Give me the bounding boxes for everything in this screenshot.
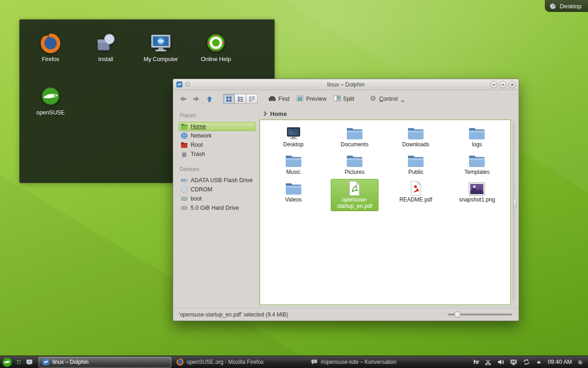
install-icon [95, 32, 116, 53]
preview-button[interactable]: Preview [294, 93, 329, 105]
window-title: linux – Dolphin [173, 81, 519, 88]
file-label: Templates [464, 169, 490, 176]
file-item-snapshot1-png[interactable]: snapshot1.png [447, 179, 508, 207]
folder-home-icon [181, 123, 188, 130]
desktop-icon-my-computer[interactable]: My Computer [133, 30, 188, 84]
application-launcher-button[interactable] [2, 357, 12, 368]
file-item-documents[interactable]: Documents [324, 124, 385, 151]
panel-cashew-icon[interactable] [577, 359, 583, 365]
file-view[interactable]: DesktopDocumentsDownloadslogsMusicPictur… [260, 120, 511, 305]
dolphin-icon [42, 358, 50, 366]
maximize-button[interactable] [499, 81, 507, 88]
file-label: logs [472, 142, 482, 148]
file-inner: Public [404, 151, 427, 177]
folder-icon [285, 180, 302, 196]
trash-icon [181, 150, 188, 158]
folder-icon [346, 153, 363, 168]
zoom-slider[interactable] [448, 308, 512, 321]
window-menu-icon[interactable] [185, 82, 190, 87]
details-view-button[interactable] [235, 94, 246, 104]
breadcrumb[interactable]: Home [260, 108, 519, 120]
toolbar: Find Preview Split Control [173, 90, 519, 108]
show-desktop-button[interactable] [26, 358, 33, 366]
close-button[interactable] [509, 81, 516, 88]
expand-tray-icon[interactable] [536, 359, 542, 365]
status-text: ‘opensuse-startup_en.pdf’ selected (9.4 … [179, 311, 288, 318]
task-opensuse-org-mozilla-firefox[interactable]: openSUSE.org - Mozilla Firefox [173, 357, 305, 368]
places-item-network[interactable]: Network [179, 131, 255, 140]
minimize-button[interactable] [490, 81, 498, 88]
file-item-templates[interactable]: Templates [447, 151, 508, 179]
scrollbar-thumb[interactable] [513, 198, 516, 208]
file-label: snapshot1.png [459, 197, 495, 203]
file-label: Pictures [345, 169, 364, 176]
klipper-scissors-icon[interactable] [485, 359, 492, 366]
folder-icon [468, 125, 486, 141]
clock[interactable]: 09:40 AM [548, 359, 572, 365]
task-opensuse-kde-konversation[interactable]: #opensuse-kde – Konversation [307, 357, 440, 368]
desktop-icon-online-help[interactable]: Online Help [188, 30, 243, 84]
chevron-down-icon [401, 99, 405, 103]
display-notifier-icon[interactable] [510, 358, 517, 366]
split-button[interactable]: Split [331, 93, 357, 105]
file-item-readme-pdf[interactable]: README.pdf [385, 179, 447, 207]
devices-item-boot[interactable]: boot [179, 194, 255, 203]
harddrive-icon [181, 204, 188, 212]
binoculars-icon [268, 95, 276, 103]
desktop-icon-label: Firefox [42, 56, 59, 63]
places-list: HomeNetworkRootTrash [179, 122, 255, 159]
devices-item-cdrom[interactable]: CDROM [179, 185, 255, 194]
file-inner: README.pdf [396, 179, 435, 205]
devices-item-5-0-gib-hard-drive[interactable]: 5.0 GiB Hard Drive [179, 203, 255, 213]
task-linux-dolphin[interactable]: linux – Dolphin [39, 357, 171, 368]
control-button[interactable]: Control [367, 93, 407, 105]
file-item-desktop[interactable]: Desktop [263, 124, 324, 151]
forward-button[interactable] [190, 93, 202, 105]
file-item-videos[interactable]: Videos [263, 179, 324, 207]
volume-icon[interactable] [497, 358, 504, 366]
file-inner: Downloads [399, 124, 432, 150]
file-label: Documents [341, 142, 369, 148]
back-button[interactable] [177, 93, 189, 105]
task-list: linux – DolphinopenSUSE.org - Mozilla Fi… [39, 357, 440, 368]
file-grid: DesktopDocumentsDownloadslogsMusicPictur… [260, 120, 510, 210]
titlebar[interactable]: linux – Dolphin [173, 79, 519, 90]
activity-pager[interactable] [16, 359, 22, 366]
desktop-icon-install[interactable]: Install [78, 30, 133, 84]
file-item-downloads[interactable]: Downloads [385, 124, 447, 151]
icons-view-button[interactable] [223, 94, 235, 104]
task-label: openSUSE.org - Mozilla Firefox [187, 359, 264, 365]
places-item-trash[interactable]: Trash [179, 150, 255, 159]
file-item-pictures[interactable]: Pictures [324, 151, 385, 179]
monitor-icon [285, 125, 302, 141]
breadcrumb-current[interactable]: Home [270, 110, 287, 117]
desktop-icon-label: Install [98, 56, 113, 63]
file-item-public[interactable]: Public [385, 151, 447, 179]
vertical-scrollbar[interactable] [513, 121, 517, 301]
places-item-root[interactable]: Root [179, 140, 255, 150]
folder-icon [468, 153, 486, 168]
desktop-toolbox[interactable]: Desktop [545, 0, 588, 12]
compact-view-button[interactable] [246, 94, 258, 104]
desktop-icon-opensuse[interactable]: openSUSE [23, 84, 78, 137]
file-item-opensuse-startup-en-pdf[interactable]: opensuse-startup_en.pdf [324, 179, 385, 207]
places-item-home[interactable]: Home [179, 122, 255, 131]
file-item-logs[interactable]: logs [447, 124, 508, 151]
up-button[interactable] [204, 93, 215, 105]
file-item-music[interactable]: Music [263, 151, 324, 179]
devices-item-adata-usb-flash-drive[interactable]: ADATA USB Flash Drive [179, 176, 255, 185]
find-button[interactable]: Find [266, 93, 292, 105]
device-label: ADATA USB Flash Drive [191, 177, 253, 184]
firefox-small-icon [176, 358, 184, 366]
firefox-icon [40, 32, 61, 53]
file-label: opensuse-startup_en.pdf [334, 197, 376, 210]
dolphin-app-icon [176, 81, 183, 88]
network-sync-icon[interactable] [523, 358, 530, 366]
breadcrumb-arrow-icon [263, 111, 267, 116]
file-inner: opensuse-startup_en.pdf [331, 179, 379, 211]
folder-icon [285, 153, 302, 168]
file-inner: Videos [282, 179, 305, 205]
desktop-icon-firefox[interactable]: Firefox [23, 30, 78, 84]
zoom-slider-handle[interactable] [454, 311, 461, 318]
keyboard-layout-indicator[interactable]: hr [474, 359, 480, 365]
